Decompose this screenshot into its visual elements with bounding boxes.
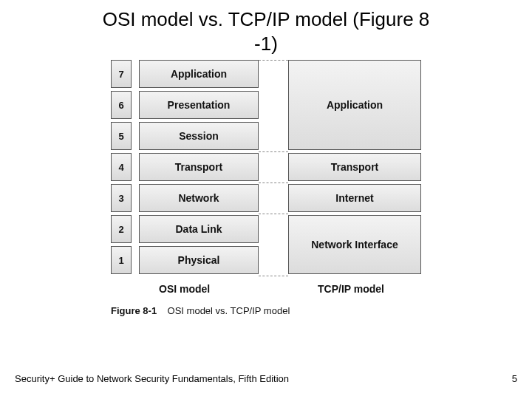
figure-caption: Figure 8-1 OSI model vs. TCP/IP model — [111, 305, 290, 316]
connector-line — [259, 183, 288, 183]
tcpip-layer: Transport — [288, 153, 421, 181]
osi-layer-name: Application — [139, 60, 259, 88]
osi-layer-name: Data Link — [139, 215, 259, 243]
connector-line — [259, 60, 288, 61]
osi-row: 6 Presentation — [111, 91, 259, 119]
osi-layer-number: 1 — [111, 246, 132, 274]
osi-layer-name: Physical — [139, 246, 259, 274]
osi-row: 1 Physical — [111, 246, 259, 274]
osi-row: 5 Session — [111, 122, 259, 150]
connector-line — [259, 276, 288, 276]
tcpip-layer: Application — [288, 60, 421, 150]
osi-layer-number: 6 — [111, 91, 132, 119]
title-line-2: -1) — [254, 33, 278, 55]
connector-line — [259, 214, 288, 214]
osi-layer-number: 7 — [111, 60, 132, 88]
osi-layer-number: 5 — [111, 122, 132, 150]
page-number: 5 — [512, 373, 517, 384]
slide-footer: Security+ Guide to Network Security Fund… — [15, 373, 517, 384]
tcpip-layer: Network Interface — [288, 215, 421, 274]
osi-layer-number: 3 — [111, 184, 132, 212]
figure-diagram: 7 Application 6 Presentation 5 Session 4… — [96, 60, 436, 326]
tcpip-layer: Internet — [288, 184, 421, 212]
osi-layer-number: 2 — [111, 215, 132, 243]
osi-row: 4 Transport — [111, 153, 259, 181]
book-title: Security+ Guide to Network Security Fund… — [15, 373, 289, 384]
osi-layer-name: Transport — [139, 153, 259, 181]
osi-layer-name: Presentation — [139, 91, 259, 119]
slide-title: OSI model vs. TCP/IP model (Figure 8 -1) — [0, 0, 532, 55]
osi-layer-name: Network — [139, 184, 259, 212]
figure-caption-text: OSI model vs. TCP/IP model — [168, 305, 290, 316]
osi-layer-number: 4 — [111, 153, 132, 181]
title-line-1: OSI model vs. TCP/IP model (Figure 8 — [103, 8, 430, 30]
osi-model-label: OSI model — [159, 283, 210, 295]
osi-row: 3 Network — [111, 184, 259, 212]
figure-number: Figure 8-1 — [111, 305, 157, 316]
osi-row: 7 Application — [111, 60, 259, 88]
osi-layer-name: Session — [139, 122, 259, 150]
osi-column: 7 Application 6 Presentation 5 Session 4… — [111, 60, 259, 277]
connector-line — [259, 151, 288, 152]
tcpip-model-label: TCP/IP model — [318, 283, 384, 295]
osi-row: 2 Data Link — [111, 215, 259, 243]
